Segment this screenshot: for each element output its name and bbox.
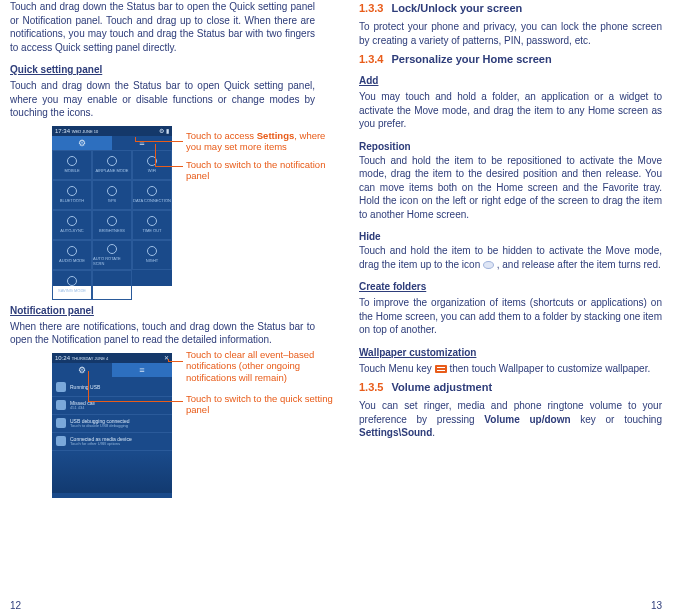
- sec-num-135: 1.3.5: [359, 381, 383, 393]
- qs-time: 17:34: [55, 128, 70, 134]
- s135-e: .: [432, 427, 435, 438]
- page-13: 1.3.3Lock/Unlock your screen To protect …: [337, 0, 674, 615]
- menu-key-icon: [435, 365, 447, 373]
- page-number-left: 12: [10, 600, 21, 611]
- qs-tile[interactable]: DATA CONNECTION: [132, 180, 172, 210]
- reposition-heading: Reposition: [359, 141, 411, 152]
- intro-paragraph: Touch and drag down the Status bar to op…: [10, 0, 315, 54]
- sec-title-133: Lock/Unlock your screen: [391, 2, 522, 14]
- wallpaper-body: Touch Menu key then touch Wallpaper to c…: [359, 362, 662, 376]
- section-1-3-3: 1.3.3Lock/Unlock your screen: [359, 2, 662, 14]
- page-12: Touch and drag down the Status bar to op…: [0, 0, 337, 615]
- page-number-right: 13: [651, 600, 662, 611]
- callout-line-1: [135, 141, 183, 142]
- qs-tile[interactable]: NIGHT: [132, 240, 172, 270]
- s135-body: You can set ringer, media and phone ring…: [359, 399, 662, 440]
- callout-switch-notif: Touch to switch to the notification pane…: [186, 159, 336, 183]
- notification-figure: 10:24 THURSDAY JUNE 4 ✕ ⚙ ≡ Running USBM…: [10, 353, 315, 503]
- quick-setting-body: Touch and drag down the Status bar to op…: [10, 79, 315, 120]
- notification-row[interactable]: Missed call451 434: [52, 397, 172, 415]
- np-tabbar: ⚙ ≡: [52, 363, 172, 377]
- callout-line-3: [168, 361, 183, 362]
- qs-tile[interactable]: MOBILE: [52, 150, 92, 180]
- quick-setting-heading: Quick setting panel: [10, 64, 102, 75]
- qs-tile[interactable]: GPS: [92, 180, 132, 210]
- callout-line-2v: [155, 144, 156, 166]
- qs-tile[interactable]: AUDIO MODE: [52, 240, 92, 270]
- qs-tile[interactable]: [92, 270, 132, 300]
- qs-tile[interactable]: AIRPLANE MODE: [92, 150, 132, 180]
- qs-tabbar: ⚙ ≡: [52, 136, 172, 150]
- notification-row[interactable]: Connected as media deviceTouch for other…: [52, 433, 172, 451]
- hide-eye-icon: [483, 261, 494, 269]
- hide-b2: , and release after the item turns red.: [494, 259, 661, 270]
- wp-b1: Touch Menu key: [359, 363, 435, 374]
- quick-settings-figure: 17:34 WED JUNE 10 ⚙ ▮ ⚙ ≡ MOBILEAIRPLANE…: [10, 126, 315, 291]
- qs-tile[interactable]: WIFI: [132, 150, 172, 180]
- callout-settings: Touch to access Settings, where you may …: [186, 130, 336, 154]
- np-bottom-gradient: [52, 453, 172, 493]
- sec-num-133: 1.3.3: [359, 2, 383, 14]
- callout-clear: Touch to clear all event–based notificat…: [186, 349, 336, 385]
- s135-b: Volume up/down: [484, 414, 570, 425]
- qs-tile[interactable]: BRIGHTNESS: [92, 210, 132, 240]
- notification-heading: Notification panel: [10, 305, 94, 316]
- sec-title-134: Personalize your Home screen: [391, 53, 551, 65]
- callout-line-4: [88, 401, 183, 402]
- wallpaper-heading: Wallpaper customization: [359, 347, 476, 358]
- qs-tile[interactable]: AUTO-SYNC: [52, 210, 92, 240]
- qs-statusbar: 17:34 WED JUNE 10 ⚙ ▮: [52, 126, 172, 136]
- quick-settings-screenshot: 17:34 WED JUNE 10 ⚙ ▮ ⚙ ≡ MOBILEAIRPLANE…: [52, 126, 172, 286]
- notification-body: When there are notifications, touch and …: [10, 320, 315, 347]
- notification-row[interactable]: USB debugging connectedTouch to disable …: [52, 415, 172, 433]
- qs-tile[interactable]: BLUETOOTH: [52, 180, 92, 210]
- np-statusbar: 10:24 THURSDAY JUNE 4 ✕: [52, 353, 172, 363]
- sec-title-135: Volume adjustment: [391, 381, 492, 393]
- np-tab-notifications[interactable]: ≡: [112, 363, 172, 377]
- reposition-body: Touch and hold the item to be reposition…: [359, 154, 662, 222]
- callout-settings-a: Touch to access: [186, 130, 257, 141]
- np-tab-settings[interactable]: ⚙: [52, 363, 112, 377]
- qs-grid: MOBILEAIRPLANE MODEWIFIBLUETOOTHGPSDATA …: [52, 150, 172, 300]
- qs-date: WED JUNE 10: [72, 129, 98, 134]
- notification-row[interactable]: Running USB: [52, 379, 172, 397]
- qs-tile[interactable]: SAVING MODE: [52, 270, 92, 300]
- create-folders-heading: Create folders: [359, 281, 426, 292]
- add-heading: Add: [359, 75, 378, 86]
- hide-heading: Hide: [359, 231, 381, 242]
- qs-tile[interactable]: TIME OUT: [132, 210, 172, 240]
- callout-switch-quick: Touch to switch to the quick setting pan…: [186, 393, 336, 417]
- section-1-3-4: 1.3.4Personalize your Home screen: [359, 53, 662, 65]
- np-time: 10:24: [55, 355, 70, 361]
- notification-screenshot: 10:24 THURSDAY JUNE 4 ✕ ⚙ ≡ Running USBM…: [52, 353, 172, 498]
- add-body: You may touch and hold a folder, an appl…: [359, 90, 662, 131]
- qs-tile[interactable]: AUTO ROTATE SCRN: [92, 240, 132, 270]
- create-folders-body: To improve the organization of items (sh…: [359, 296, 662, 337]
- s133-body: To protect your phone and privacy, you c…: [359, 20, 662, 47]
- qs-tab-settings[interactable]: ⚙: [52, 136, 112, 150]
- hide-body: Touch and hold the item to be hidden to …: [359, 244, 662, 271]
- qs-tab-notifications[interactable]: ≡: [112, 136, 172, 150]
- s135-d: Settings\Sound: [359, 427, 432, 438]
- sec-num-134: 1.3.4: [359, 53, 383, 65]
- wp-b2: then touch Wallpaper to customize wallpa…: [447, 363, 651, 374]
- s135-c: key or touching: [571, 414, 662, 425]
- section-1-3-5: 1.3.5Volume adjustment: [359, 381, 662, 393]
- qs-status-icons: ⚙ ▮: [159, 127, 169, 134]
- callout-line-1v: [135, 137, 136, 141]
- np-date: THURSDAY JUNE 4: [72, 356, 109, 361]
- callout-line-2: [155, 166, 183, 167]
- callout-line-4v: [88, 371, 89, 401]
- callout-settings-b: Settings: [257, 130, 294, 141]
- np-rows: Running USBMissed call451 434USB debuggi…: [52, 377, 172, 453]
- callout-line-3v: [168, 359, 169, 361]
